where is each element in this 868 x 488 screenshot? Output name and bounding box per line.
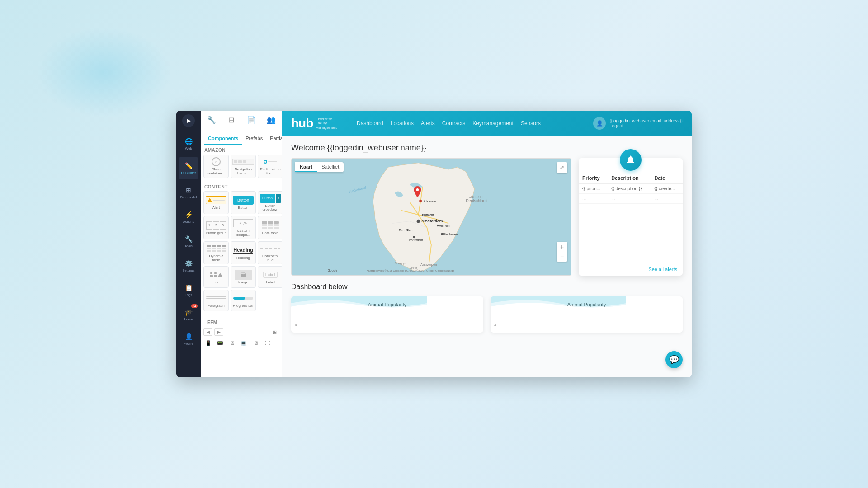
- svg-text:Utrecht: Utrecht: [424, 213, 434, 216]
- svg-text:Google: Google: [328, 269, 338, 272]
- map-zoom-in-button[interactable]: +: [557, 242, 567, 252]
- component-icon[interactable]: Icon: [203, 266, 229, 288]
- button-dropdown-label: Button dropdown: [259, 204, 282, 212]
- tab-components[interactable]: Components: [204, 133, 242, 145]
- tablet-icon[interactable]: 📟: [215, 339, 225, 347]
- paragraph-preview: [205, 293, 227, 303]
- component-navigation-bar[interactable]: Navigation bar w...: [231, 155, 256, 178]
- svg-text:Bielefeld: Bielefeld: [471, 196, 483, 199]
- component-custom[interactable]: < /> Custom compo...: [231, 216, 256, 239]
- section-efm-title: EFM: [203, 317, 279, 327]
- sidebar-item-ui-builder[interactable]: ✏️ UI Builder: [179, 157, 198, 179]
- nav-contracts[interactable]: Contracts: [442, 118, 465, 128]
- tab-prefabs[interactable]: Prefabs: [242, 133, 266, 145]
- component-panel: 🔧 ⊟ 📄 👥 Components Prefabs Partials 🔍 AM…: [201, 111, 282, 377]
- desktop-small-icon[interactable]: 🖥: [227, 339, 237, 347]
- bell-icon: [625, 155, 636, 165]
- sidebar-item-tools[interactable]: 🔧 Tools: [179, 230, 198, 253]
- nav-keymanagement[interactable]: Keymanagement: [472, 118, 514, 128]
- component-dynamic-table[interactable]: Dynamic table: [203, 241, 229, 265]
- chart-card-1: Animal Popularity 4: [291, 296, 483, 333]
- label-label: Label: [266, 281, 275, 285]
- panel-tabs: Components Prefabs Partials 🔍: [201, 129, 282, 145]
- nav-alerts[interactable]: Alerts: [421, 118, 435, 128]
- desktop-large-icon[interactable]: 🖥: [250, 339, 260, 347]
- heading-label: Heading: [236, 256, 250, 260]
- datamodel-icon: ⊞: [184, 186, 193, 195]
- svg-text:Alkmaar: Alkmaar: [424, 199, 436, 203]
- learn-icon: 🎓: [184, 308, 193, 317]
- sidebar-item-profile[interactable]: 👤 Profile: [179, 328, 198, 350]
- component-horizontal-rule[interactable]: Horizontal rule: [258, 241, 282, 265]
- tools-icon: 🔧: [184, 235, 193, 244]
- efm-back-button[interactable]: ◀: [203, 328, 212, 336]
- alert-row1-description: {{ description }}: [608, 184, 651, 194]
- sidebar-item-learn[interactable]: 🎓 Learn: [179, 303, 198, 326]
- nav-locations[interactable]: Locations: [391, 118, 414, 128]
- radio-button-label: Radio button fun...: [259, 168, 282, 176]
- map-tab-satelliet[interactable]: Satelliet: [317, 162, 344, 172]
- map-tab-kaart[interactable]: Kaart: [295, 162, 317, 172]
- sidebar-item-settings[interactable]: ⚙️ Settings: [179, 254, 198, 277]
- fullscreen-icon[interactable]: ⛶: [262, 339, 272, 347]
- component-progress-bar[interactable]: Progress bar: [231, 290, 256, 311]
- svg-text:Antwerpen: Antwerpen: [420, 263, 437, 267]
- alert-row2-priority: ...: [579, 194, 608, 204]
- nav-dashboard[interactable]: Dashboard: [357, 118, 383, 128]
- nav-sensors[interactable]: Sensors: [521, 118, 541, 128]
- sidebar-settings-label: Settings: [182, 269, 194, 272]
- sidebar-item-datamodel[interactable]: ⊞ Datamodel: [179, 181, 198, 204]
- desktop-medium-icon[interactable]: 💻: [239, 339, 249, 347]
- component-label[interactable]: Label Label: [258, 266, 282, 288]
- svg-text:Arnhem: Arnhem: [439, 224, 450, 227]
- component-button-group[interactable]: 1 2 3 Button group: [203, 216, 229, 239]
- profile-icon: 👤: [184, 332, 193, 341]
- paragraph-label: Paragraph: [208, 304, 224, 308]
- svg-point-7: [413, 236, 415, 239]
- toolbar-users-icon[interactable]: 👥: [265, 113, 278, 126]
- svg-point-13: [422, 214, 424, 216]
- map-zoom-out-button[interactable]: −: [557, 252, 567, 262]
- component-alert[interactable]: Alert: [203, 191, 229, 215]
- component-paragraph[interactable]: Paragraph: [203, 290, 229, 311]
- icon-label: Icon: [212, 281, 219, 285]
- component-data-table[interactable]: Data table: [258, 216, 282, 239]
- play-button[interactable]: ▶: [182, 114, 195, 127]
- chat-bubble-button[interactable]: 💬: [665, 351, 683, 368]
- svg-point-3: [417, 220, 420, 223]
- mobile-icon[interactable]: 📱: [203, 339, 213, 347]
- sidebar: ▶ 🌐 Web ✏️ UI Builder ⊞ Datamodel ⚡ Acti…: [176, 111, 201, 377]
- component-close-container[interactable]: ○ Close container...: [203, 155, 229, 178]
- svg-text:Rotterdam: Rotterdam: [409, 239, 423, 242]
- sidebar-item-actions[interactable]: ⚡ Actions: [179, 206, 198, 228]
- toolbar-database-icon[interactable]: ⊟: [225, 113, 238, 126]
- map-expand-button[interactable]: ⤢: [557, 162, 567, 173]
- svg-text:Amsterdam: Amsterdam: [421, 219, 443, 223]
- map-zoom-controls: + −: [557, 242, 567, 262]
- see-all-alerts-button[interactable]: See all alerts: [579, 263, 683, 276]
- sidebar-item-logs[interactable]: 📋 Logs: [179, 279, 198, 301]
- component-button-dropdown[interactable]: Button ▾ Button dropdown: [258, 191, 282, 215]
- component-image[interactable]: 🏔 Image: [231, 266, 256, 288]
- heading-preview: Heading: [232, 245, 255, 255]
- logout-button[interactable]: Logout: [609, 123, 683, 128]
- component-button[interactable]: Button Button: [231, 191, 256, 215]
- component-heading[interactable]: Heading Heading: [231, 241, 256, 265]
- svg-text:Kaartgegevens ©2018 GeoBasis-D: Kaartgegevens ©2018 GeoBasis-DE/BKG (©20…: [367, 269, 454, 272]
- svg-text:Brugge: Brugge: [395, 261, 406, 265]
- sidebar-item-web[interactable]: 🌐 Web: [179, 132, 198, 155]
- alert-col-date: Date: [651, 173, 683, 184]
- section-amazon-title: AMAZON: [201, 145, 282, 155]
- toolbar-document-icon[interactable]: 📄: [245, 113, 258, 126]
- svg-point-11: [441, 233, 443, 235]
- dashboard-title: Dashboard below: [291, 283, 683, 291]
- progress-bar-preview: [232, 293, 255, 303]
- component-radio-button[interactable]: Radio button fun...: [258, 155, 282, 178]
- toolbar-wrench-icon[interactable]: 🔧: [205, 113, 218, 126]
- efm-forward-button[interactable]: ▶: [214, 328, 223, 336]
- svg-text:Gent: Gent: [410, 266, 417, 270]
- chart-wave-2: [491, 296, 626, 310]
- efm-grid-button[interactable]: ⊞: [270, 328, 279, 336]
- alert-col-description: Description: [608, 173, 651, 184]
- label-preview: Label: [259, 270, 282, 280]
